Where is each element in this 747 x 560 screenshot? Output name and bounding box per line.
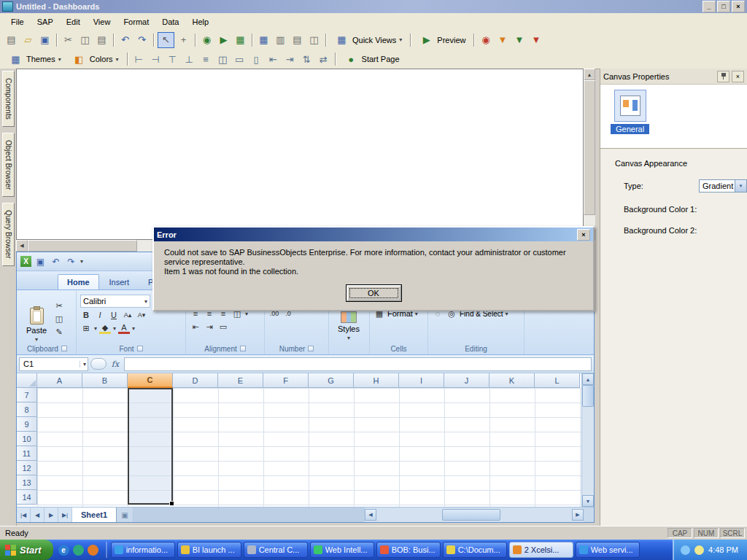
ribbon-tab[interactable]: Insert [101, 275, 139, 289]
group-label[interactable]: Editing [428, 345, 524, 353]
cut-icon[interactable]: ✂ [53, 300, 65, 311]
scrollbar-thumb[interactable] [442, 509, 500, 521]
select-all-corner[interactable] [17, 373, 37, 388]
align-icon[interactable]: ▯ [249, 52, 264, 66]
dock-tab[interactable]: Components [2, 71, 15, 127]
scrollbar-track[interactable] [582, 407, 594, 495]
column-header[interactable]: D [173, 373, 218, 388]
menu-item[interactable]: File [4, 15, 31, 28]
menu-item[interactable]: Edit [60, 15, 87, 28]
restore-button[interactable]: □ [717, 1, 730, 12]
copy-icon[interactable]: ◫ [53, 313, 65, 324]
design-canvas[interactable] [16, 69, 584, 240]
scrollbar-thumb[interactable] [28, 240, 137, 252]
themes-button[interactable]: ▦ Themes ▾ [4, 50, 66, 68]
group-label[interactable]: Number [265, 345, 328, 353]
align-icon[interactable]: ◫ [215, 52, 231, 66]
align-icon[interactable]: ▭ [232, 52, 247, 66]
sheet-nav-button[interactable]: |◀ [17, 508, 31, 522]
column-header[interactable]: G [309, 373, 354, 388]
ok-button[interactable]: OK [347, 285, 401, 301]
column-header[interactable]: E [218, 373, 263, 388]
row-header[interactable]: 13 [17, 475, 37, 490]
export-icon[interactable]: ▼ [495, 33, 510, 47]
cell-grid[interactable]: 7891011121314 [17, 388, 581, 507]
scroll-up-icon[interactable]: ▲ [582, 373, 594, 385]
component-icon[interactable]: ▦ [233, 33, 248, 47]
column-header[interactable]: J [444, 373, 489, 388]
select-pointer-icon[interactable]: ↖ [158, 32, 174, 48]
italic-button[interactable]: I [94, 309, 106, 321]
ribbon-tab[interactable]: Home [58, 274, 99, 289]
component-icon[interactable]: ▶ [216, 33, 231, 47]
align-icon[interactable]: ⊢ [131, 52, 147, 66]
row-header[interactable]: 12 [17, 461, 37, 475]
name-box[interactable]: C1 ▾ [19, 357, 88, 371]
chevron-down-icon[interactable]: ▾ [80, 258, 83, 265]
resize-grip[interactable] [584, 508, 594, 522]
align-icon[interactable]: ⇥ [282, 52, 298, 66]
task-bi-launchpad[interactable]: BI launch ... [177, 542, 241, 558]
component-icon[interactable]: ◉ [199, 33, 214, 47]
task-xcelsius-group[interactable]: 2 Xcelsi... [509, 542, 573, 558]
toolbar-separator[interactable] [113, 34, 114, 47]
save-icon[interactable]: ▣ [37, 33, 53, 47]
export-icon[interactable]: ▼ [511, 33, 527, 47]
start-button[interactable]: Start [0, 540, 53, 560]
sheet-tab[interactable]: Sheet1 [72, 508, 117, 522]
align-icon[interactable]: ⇄ [316, 52, 331, 66]
column-header[interactable]: F [263, 373, 309, 388]
tray-icon[interactable] [681, 545, 690, 555]
align-icon[interactable]: ⊤ [165, 52, 180, 66]
row-header[interactable]: 9 [17, 417, 37, 432]
column-header[interactable]: K [489, 373, 535, 388]
column-header[interactable]: C [128, 373, 173, 388]
menu-item[interactable]: Data [155, 15, 185, 28]
dock-tab[interactable]: Query Browser [2, 203, 15, 266]
column-header[interactable]: H [354, 373, 399, 388]
task-bob-business[interactable]: BOB: Busi... [376, 542, 441, 558]
grid-view-icon[interactable]: ◫ [306, 33, 322, 47]
row-header[interactable]: 11 [17, 446, 37, 461]
add-component-icon[interactable]: + [176, 33, 191, 47]
font-name-combo[interactable]: Calibri ▾ [80, 295, 150, 308]
column-header[interactable]: L [535, 373, 580, 388]
menu-item[interactable]: View [87, 15, 117, 28]
clock[interactable]: 4:48 PM [708, 545, 738, 554]
scroll-left-icon[interactable]: ◀ [365, 509, 376, 521]
sheet-vertical-scrollbar[interactable]: ▲ ▼ [581, 373, 594, 507]
group-label[interactable]: Clipboard [18, 345, 76, 353]
grid-view-icon[interactable]: ▤ [290, 33, 305, 47]
export-icon[interactable]: ◉ [478, 33, 493, 47]
type-dropdown[interactable]: Gradient ▼ [699, 179, 747, 192]
globe-icon[interactable] [73, 545, 84, 556]
dialog-close-button[interactable]: × [577, 229, 590, 241]
copy-icon[interactable]: ◫ [77, 33, 93, 47]
sheet-horizontal-scrollbar[interactable]: ◀ ▶ [365, 508, 584, 522]
align-icon[interactable]: ≡ [198, 52, 214, 66]
paste-icon[interactable]: ▤ [94, 33, 109, 47]
cut-icon[interactable]: ✂ [61, 33, 76, 47]
column-header[interactable]: I [399, 373, 444, 388]
column-header[interactable]: B [82, 373, 128, 388]
grid-view-icon[interactable]: ▦ [256, 33, 271, 47]
increase-indent-icon[interactable]: ⇥ [204, 321, 215, 332]
redo-icon[interactable]: ↷ [65, 255, 77, 268]
underline-button[interactable]: U [108, 309, 120, 321]
paste-button[interactable]: Paste ▾ [22, 295, 51, 343]
scrollbar-thumb[interactable] [584, 80, 595, 215]
group-label[interactable]: Font [77, 345, 185, 353]
grid-view-icon[interactable]: ▥ [273, 33, 288, 47]
wrap-text-icon[interactable]: ▭ [217, 321, 229, 332]
save-icon[interactable]: ▣ [34, 255, 47, 268]
toolbar-separator[interactable] [56, 34, 57, 47]
new-document-icon[interactable]: ▤ [4, 33, 19, 47]
menu-item[interactable]: Format [117, 15, 155, 28]
group-label[interactable]: Alignment [186, 345, 264, 353]
task-web-intelligence[interactable]: Web Intell... [310, 542, 374, 558]
row-header[interactable]: 14 [17, 490, 37, 505]
sheet-nav-button[interactable]: ◀ [31, 508, 44, 522]
font-color-icon[interactable]: A [118, 322, 130, 334]
canvas-vertical-scrollbar[interactable]: ▲ ▼ [584, 69, 595, 240]
column-header[interactable]: A [37, 373, 82, 388]
